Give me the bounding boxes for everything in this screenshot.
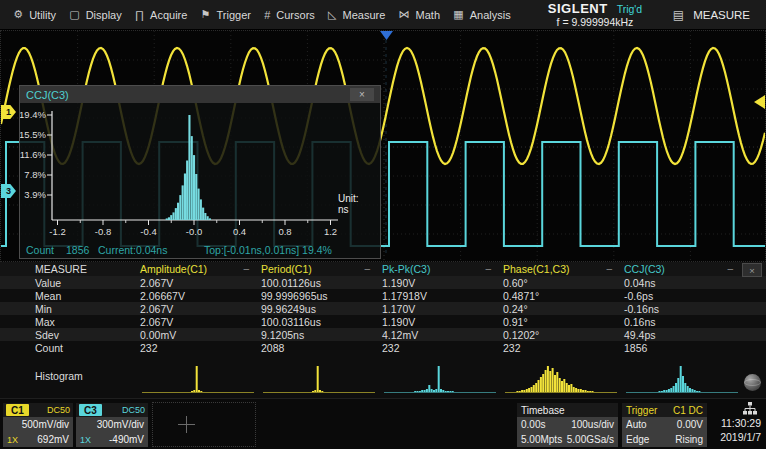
menu-item-display[interactable]: ▢Display	[69, 8, 121, 21]
trigger-box[interactable]: Trigger C1 DC Auto 0.00V Edge Rising	[622, 403, 707, 447]
trigger-slope: Rising	[675, 434, 703, 445]
menu-item-label: Analysis	[470, 9, 511, 21]
measurement-value: 0.1202°	[503, 329, 624, 341]
menu-item-label: Utility	[29, 9, 56, 21]
trigger-frequency-readout: f = 9.999994kHz	[557, 16, 634, 28]
display-icon: ▢	[69, 8, 79, 21]
svg-text:0.4: 0.4	[233, 226, 246, 237]
timebase-samplerate: 5.00GSa/s	[567, 434, 614, 445]
svg-text:11.6%: 11.6%	[20, 149, 47, 160]
trigger-flag-icon: ⚑	[201, 8, 211, 21]
svg-text:15.5%: 15.5%	[20, 129, 47, 140]
measurement-value: 99.96249us	[261, 303, 382, 315]
measure-icon: ◺	[328, 8, 336, 21]
menu-item-utility[interactable]: ⚙Utility	[13, 8, 56, 21]
measurement-value: 0.4871°	[503, 290, 624, 302]
measurement-value: 1.190V	[382, 277, 503, 289]
channel1-probe: 1X	[7, 435, 18, 445]
trigger-source: C1 DC	[673, 405, 703, 416]
histogram-chart: 19.4%15.5%11.6%7.8%3.9%-1.2-0.8-0.4-0.00…	[20, 103, 380, 243]
gear-icon: ⚙	[13, 8, 23, 21]
bottom-status-bar: C1 DC50 500mV/div 1X 692mV C3 DC50 300mV…	[0, 398, 766, 449]
delay-position-indicator[interactable]	[152, 402, 256, 447]
menu-item-label: Measure	[343, 9, 386, 21]
menu-item-measure[interactable]: ◺Measure	[328, 8, 385, 21]
measurement-value: 4.12mV	[382, 329, 503, 341]
popup-title-bar[interactable]: CCJ(C3) ×	[20, 86, 380, 103]
table-row-max: Max2.067V100.03116us1.190V0.91°0.16ns	[0, 315, 766, 328]
column-header-5[interactable]: CCJ(C3)–	[624, 263, 745, 275]
minimize-icon[interactable]: –	[606, 265, 612, 273]
histogram-count-label: Count	[26, 244, 54, 256]
row-label: Mean	[0, 290, 140, 302]
measure-menu-button[interactable]: ▤ MEASURE	[673, 8, 750, 22]
menu-item-analysis[interactable]: ▦Analysis	[453, 8, 510, 21]
minimize-icon[interactable]: –	[485, 265, 491, 273]
measurement-value: 1.17918V	[382, 290, 503, 302]
top-menu-bar: ⚙Utility▢Display∏Acquire⚑Trigger#Cursors…	[0, 0, 766, 30]
column-header-3[interactable]: Pk-Pk(C3)–	[382, 263, 503, 275]
menu-item-label: Display	[86, 9, 122, 21]
menu-item-math[interactable]: ⋈Math	[399, 8, 440, 21]
trigger-level: 0.00V	[677, 419, 703, 430]
cursors-icon: #	[264, 9, 270, 21]
mini-histogram-2	[261, 356, 382, 398]
measurement-table: MEASURE Amplitude(C1)–Period(C1)–Pk-Pk(C…	[0, 262, 766, 398]
column-header-label: CCJ(C3)	[624, 263, 665, 275]
measurement-value: 0.91°	[503, 316, 624, 328]
column-header-1[interactable]: Amplitude(C1)–	[140, 263, 261, 275]
svg-text:3.9%: 3.9%	[24, 189, 46, 200]
measurement-value: 2.067V	[140, 303, 261, 315]
oscilloscope-screen: ⚙Utility▢Display∏Acquire⚑Trigger#Cursors…	[0, 0, 766, 449]
column-header-label: Pk-Pk(C3)	[382, 263, 430, 275]
popup-close-button[interactable]: ×	[350, 88, 374, 101]
time-readout: 11:30:29	[705, 416, 763, 430]
menu-item-label: Trigger	[216, 9, 250, 21]
measurement-value: 232	[140, 342, 261, 354]
measurement-value: 0.60°	[503, 277, 624, 289]
timebase-box[interactable]: Timebase 0.00s 100us/div 5.00Mpts 5.00GS…	[517, 403, 618, 447]
siglent-logo: SIGLENT	[548, 1, 608, 16]
timebase-scale: 100us/div	[571, 419, 614, 430]
measurement-value: 0.16ns	[624, 316, 745, 328]
table-close-button[interactable]: ×	[742, 263, 762, 277]
channel1-box[interactable]: C1 DC50 500mV/div 1X 692mV	[3, 403, 73, 447]
menu-item-label: Cursors	[276, 9, 315, 21]
trigger-type: Edge	[626, 434, 649, 445]
svg-text:-1.2: -1.2	[49, 226, 65, 237]
table-row-sdev: Sdev0.00mV9.1205ns4.12mV0.1202°49.4ps	[0, 328, 766, 341]
column-header-4[interactable]: Phase(C1,C3)–	[503, 263, 624, 275]
measurement-value: 0.04ns	[624, 277, 745, 289]
svg-text:19.4%: 19.4%	[20, 109, 47, 120]
popup-body: 19.4%15.5%11.6%7.8%3.9%-1.2-0.8-0.4-0.00…	[20, 103, 380, 258]
globe-icon	[744, 374, 761, 391]
menu-item-acquire[interactable]: ∏Acquire	[135, 9, 187, 21]
measurement-table-header: MEASURE Amplitude(C1)–Period(C1)–Pk-Pk(C…	[0, 262, 766, 276]
channel1-offset: 692mV	[37, 434, 69, 445]
minimize-icon[interactable]: –	[727, 265, 733, 273]
measurement-value: 1856	[624, 342, 745, 354]
minimize-icon[interactable]: –	[243, 265, 249, 273]
histogram-count-value: 1856	[66, 244, 89, 256]
ccj-histogram-popup: CCJ(C3) × 19.4%15.5%11.6%7.8%3.9%-1.2-0.…	[19, 85, 381, 259]
channel3-box[interactable]: C3 DC50 300mV/div 1X -490mV	[76, 403, 148, 447]
histogram-unit-label: Unit: ns	[338, 193, 359, 215]
acquire-icon: ∏	[135, 9, 144, 21]
histogram-row-label: Histogram	[0, 370, 140, 382]
measurement-value: 1.190V	[382, 316, 503, 328]
channel3-probe: 1X	[80, 435, 91, 445]
column-header-label: Period(C1)	[261, 263, 312, 275]
histogram-current-readout: Current:0.04ns	[98, 244, 167, 256]
mini-histogram-3	[382, 356, 503, 398]
menu-item-label: Acquire	[150, 9, 187, 21]
menu-item-trigger[interactable]: ⚑Trigger	[201, 8, 251, 21]
column-header-label: Amplitude(C1)	[140, 263, 207, 275]
menu-item-cursors[interactable]: #Cursors	[264, 9, 315, 21]
channel3-coupling: DC50	[122, 405, 145, 415]
column-header-2[interactable]: Period(C1)–	[261, 263, 382, 275]
measurement-value: 1.170V	[382, 303, 503, 315]
histogram-top-readout: Top:[-0.01ns,0.01ns] 19.4%	[204, 244, 332, 256]
minimize-icon[interactable]: –	[364, 265, 370, 273]
table-row-min: Min2.067V99.96249us1.170V0.24°-0.16ns	[0, 302, 766, 315]
measurement-table-rows: Value2.067V100.01126us1.190V0.60°0.04nsM…	[0, 276, 766, 354]
